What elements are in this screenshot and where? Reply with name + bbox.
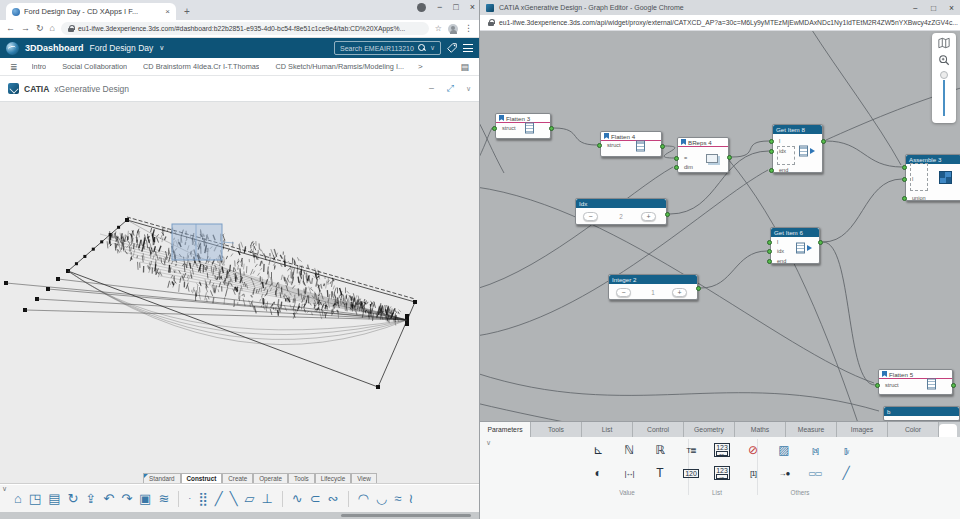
tag-icon[interactable] bbox=[447, 43, 457, 53]
graph-node-integer2[interactable]: Integer 2−1+ bbox=[608, 274, 698, 300]
graph-node-flatten4[interactable]: Flatten 4struct bbox=[600, 131, 662, 157]
left-tab-bar[interactable]: Ford Design Day - CD XApps I F... × + − … bbox=[0, 0, 479, 20]
param-icon-line-param[interactable]: ╱ bbox=[834, 463, 858, 483]
new-tab-button[interactable]: + bbox=[184, 6, 190, 17]
node-header[interactable]: Integer 2 bbox=[609, 275, 697, 284]
right-url-row[interactable]: eu1-ifwe.3dexperience.3ds.com/api/widget… bbox=[480, 15, 960, 31]
curve-icon[interactable]: ∿ bbox=[292, 492, 303, 505]
multi-section-icon[interactable]: ◡ bbox=[376, 492, 387, 505]
palette-tab-parameters[interactable]: Parameters bbox=[480, 422, 531, 437]
nav-more-button[interactable]: > bbox=[418, 62, 423, 71]
capture-icon[interactable]: ▣ bbox=[139, 492, 151, 505]
point-pattern-icon[interactable]: ⣿ bbox=[198, 492, 208, 505]
output-port[interactable] bbox=[951, 383, 956, 388]
param-icon-real-number[interactable]: ℝ bbox=[648, 440, 672, 460]
share-icon[interactable]: ⇪ bbox=[85, 492, 96, 505]
output-port[interactable] bbox=[696, 286, 701, 291]
param-icon-integer-slider[interactable]: 123↔ bbox=[710, 440, 734, 460]
minimize-button[interactable]: − bbox=[437, 2, 442, 12]
browser-tab[interactable]: Ford Design Day - CD XApps I F... × bbox=[6, 3, 176, 20]
input-port[interactable] bbox=[767, 249, 772, 254]
zoom-slider-knob[interactable] bbox=[940, 71, 948, 79]
widget-resize-icon[interactable]: ⤢ bbox=[447, 83, 454, 94]
overview-map-icon[interactable] bbox=[938, 37, 950, 49]
param-icon-integer[interactable]: 120 bbox=[679, 463, 703, 483]
ribbon-tab-create[interactable]: Create bbox=[222, 473, 253, 483]
sweep-icon[interactable]: ◠ bbox=[358, 492, 369, 505]
back-icon[interactable]: ← bbox=[6, 24, 15, 33]
address-bar[interactable]: eu1-ifwe.3dexperience.3ds.com/#dashboard… bbox=[61, 22, 429, 35]
ribbon-tab-lifecycle[interactable]: Lifecycle bbox=[315, 473, 352, 483]
param-icon-index[interactable]: [1] bbox=[741, 463, 765, 483]
publish-icon[interactable]: ≋ bbox=[158, 492, 169, 505]
palette-tab-geometry[interactable]: Geometry bbox=[684, 422, 735, 437]
param-icon-string[interactable]: [a] bbox=[803, 440, 827, 460]
home-icon[interactable]: ⌂ bbox=[50, 24, 55, 33]
param-icon-point-param[interactable]: →● bbox=[772, 463, 796, 483]
output-port[interactable] bbox=[549, 126, 554, 131]
tab-close-icon[interactable]: × bbox=[165, 7, 170, 16]
output-port[interactable] bbox=[660, 144, 665, 149]
node-header[interactable]: b bbox=[884, 407, 959, 416]
input-port[interactable] bbox=[492, 126, 497, 131]
stepper-minus-button[interactable]: − bbox=[583, 212, 598, 221]
input-port[interactable] bbox=[674, 165, 679, 170]
undo-icon[interactable]: ↶ bbox=[103, 492, 114, 505]
ribbon-tab-operate[interactable]: Operate bbox=[253, 473, 288, 483]
nav-tab[interactable]: CD Brainstorm 4Idea.Cr I-T.Thomas bbox=[143, 62, 259, 71]
nav-tab[interactable]: CD Sketch/Human/Ramsis/Modeling I... bbox=[275, 62, 404, 71]
wireframe-model[interactable] bbox=[0, 102, 478, 470]
graph-node-flatten3[interactable]: Flatten 3struct bbox=[495, 113, 551, 139]
graph-node-flatten5[interactable]: Flatten 5struct bbox=[878, 369, 953, 395]
param-icon-text[interactable]: T bbox=[648, 463, 672, 483]
node-header[interactable]: Flatten 3 bbox=[496, 114, 550, 123]
palette-tab-tools[interactable]: Tools bbox=[531, 422, 582, 437]
graph-node-idx[interactable]: Idx−2+ bbox=[575, 198, 667, 225]
palette-tab-measure[interactable]: Measure bbox=[786, 422, 837, 437]
reload-icon[interactable]: ↻ bbox=[36, 24, 44, 33]
stepper-plus-button[interactable]: + bbox=[641, 212, 656, 221]
widget-minimize-icon[interactable]: − bbox=[429, 83, 435, 94]
node-header[interactable]: Idx bbox=[576, 199, 666, 208]
point-icon[interactable]: · bbox=[188, 494, 191, 503]
kebab-menu-icon[interactable]: ⋮ bbox=[464, 24, 473, 33]
palette-tab-images[interactable]: Images bbox=[837, 422, 888, 437]
param-icon-length[interactable]: |↔| bbox=[617, 463, 641, 483]
forward-icon[interactable]: → bbox=[21, 24, 30, 33]
widget-menu-chevron-icon[interactable]: ∨ bbox=[466, 85, 471, 93]
view-cube-icon[interactable]: ◳ bbox=[29, 492, 41, 505]
bookmark-star-icon[interactable]: ☆ bbox=[435, 24, 442, 33]
3d-viewport[interactable] bbox=[0, 102, 479, 470]
polyline-icon[interactable]: ╲ bbox=[230, 492, 238, 505]
zoom-fit-icon[interactable] bbox=[938, 54, 950, 66]
right-title-bar[interactable]: CATIA xGenerative Design - Graph Editor … bbox=[480, 0, 960, 15]
spline-icon[interactable]: ∾ bbox=[328, 492, 339, 505]
ribbon-tab-view[interactable]: View bbox=[351, 473, 377, 483]
search-icon[interactable] bbox=[418, 44, 426, 52]
horizontal-scrollbar[interactable] bbox=[341, 514, 471, 517]
redo-icon[interactable]: ↷ bbox=[121, 492, 132, 505]
node-header[interactable]: BReps 4 bbox=[678, 138, 728, 147]
3ds-logo-icon[interactable] bbox=[6, 42, 19, 55]
layout-grid-icon[interactable]: ▤ bbox=[460, 62, 469, 72]
search-chevron-icon[interactable]: ∨ bbox=[430, 44, 435, 52]
output-port[interactable] bbox=[821, 139, 826, 144]
palette-tab-color[interactable]: Color bbox=[888, 422, 939, 437]
graph-node-assemble3[interactable]: Assemble 3lunion bbox=[905, 154, 960, 201]
input-port[interactable] bbox=[674, 156, 679, 161]
dashboard-context[interactable]: Ford Design Day bbox=[90, 43, 154, 53]
output-port[interactable] bbox=[665, 212, 670, 217]
axis-system-icon[interactable]: ⊥ bbox=[261, 492, 272, 505]
graph-node-getitem8[interactable]: Get Item 8lidxend bbox=[772, 124, 823, 173]
wave-surface-icon[interactable]: ≀ bbox=[408, 492, 413, 505]
palette-collapse-icon[interactable]: ∨ bbox=[486, 439, 491, 447]
input-port[interactable] bbox=[769, 168, 774, 173]
param-icon-vector-list[interactable]: []ᵥ bbox=[834, 440, 858, 460]
ribbon-tab-standard[interactable]: Standard bbox=[143, 473, 181, 483]
output-port[interactable] bbox=[818, 240, 823, 245]
hamburger-menu-icon[interactable] bbox=[463, 44, 473, 52]
input-port[interactable] bbox=[767, 259, 772, 264]
maximize-button[interactable]: □ bbox=[453, 2, 458, 12]
arc-icon[interactable]: ⊂ bbox=[310, 492, 321, 505]
toolbar-collapse-icon[interactable]: ∨ bbox=[2, 485, 7, 493]
